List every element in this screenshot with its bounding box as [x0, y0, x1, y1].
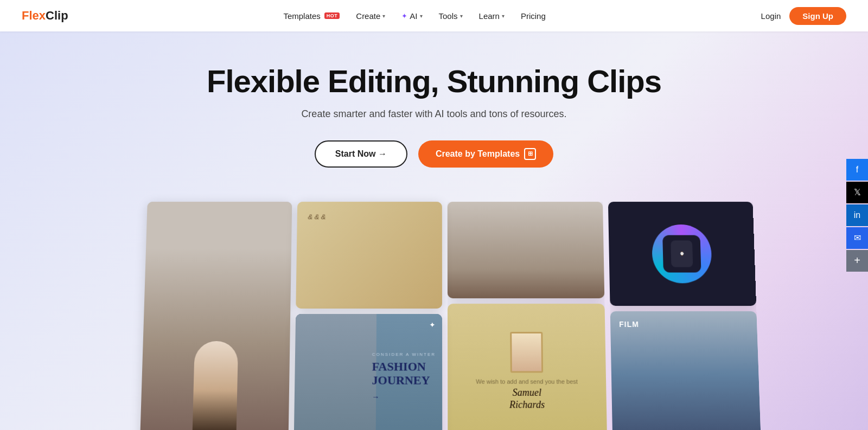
preview-card-film: FILM [610, 311, 761, 430]
watch-inner: ⌚ [662, 235, 701, 272]
preview-card-phone-person [448, 202, 605, 298]
chevron-down-icon: ▾ [420, 13, 423, 19]
hot-badge: HOT [324, 12, 340, 19]
nav-actions: Login Sign Up [761, 7, 846, 25]
phone-person-image [448, 202, 605, 298]
nav-create[interactable]: Create ▾ [356, 11, 385, 21]
preview-card-center: We wish to add and send you the best Sam… [448, 202, 607, 430]
film-title: FILM [619, 320, 749, 329]
film-text: FILM [610, 311, 757, 337]
watch-circle: ⌚ [652, 224, 712, 283]
hero-content: Flexible Editing, Stunning Clips Create … [207, 31, 661, 200]
logo-flex: Flex [22, 9, 46, 22]
create-by-templates-button[interactable]: Create by Templates ⊞ [418, 140, 553, 168]
nav-templates[interactable]: Templates HOT [283, 11, 340, 21]
linkedin-share-button[interactable]: in [846, 204, 868, 226]
samuel-portrait [510, 332, 543, 373]
tan-text: & & & [308, 212, 431, 222]
chevron-down-icon: ▾ [382, 13, 385, 19]
signup-button[interactable]: Sign Up [789, 7, 846, 25]
samuel-name: SamuelRichards [509, 387, 545, 411]
nav-ai[interactable]: ✦ AI ▾ [401, 11, 422, 21]
film-image: FILM [610, 311, 761, 430]
preview-grid: & & & CONSIDER A WINTER FASHIONJOURNEY →… [140, 202, 728, 430]
hoodie-image [294, 314, 376, 430]
nav-learn[interactable]: Learn ▾ [479, 11, 505, 21]
preview-card-tan: & & & [296, 202, 442, 309]
twitter-share-button[interactable]: 𝕏 [846, 182, 868, 203]
hero-title: Flexible Editing, Stunning Clips [207, 64, 661, 99]
social-bar: f 𝕏 in ✉ + [846, 159, 868, 272]
navbar: FlexClip Templates HOT Create ▾ ✦ AI ▾ T… [0, 0, 868, 31]
hero-subtitle: Create smarter and faster with AI tools … [207, 108, 661, 120]
chevron-down-icon: ▾ [502, 13, 505, 19]
fashion-sub: CONSIDER A WINTER [372, 352, 436, 357]
fashion-arrow-icon: → [372, 392, 379, 401]
start-now-button[interactable]: Start Now → [315, 140, 407, 168]
samuel-caption: We wish to add and send you the best [476, 378, 578, 385]
fashion-bg: CONSIDER A WINTER FASHIONJOURNEY → ✦ [294, 314, 442, 430]
preview-card-watch: ⌚ [608, 202, 756, 306]
logo[interactable]: FlexClip [22, 9, 68, 23]
hero-buttons: Start Now → Create by Templates ⊞ [207, 140, 661, 168]
logo-clip: Clip [46, 9, 68, 22]
email-share-button[interactable]: ✉ [846, 227, 868, 249]
chevron-down-icon: ▾ [460, 13, 463, 19]
login-button[interactable]: Login [761, 11, 781, 21]
facebook-share-button[interactable]: f [846, 159, 868, 181]
woman-image [140, 202, 292, 430]
nav-links: Templates HOT Create ▾ ✦ AI ▾ Tools ▾ Le… [283, 11, 545, 21]
template-icon: ⊞ [524, 148, 536, 160]
preview-card-fashion: CONSIDER A WINTER FASHIONJOURNEY → ✦ [294, 314, 442, 430]
preview-card-woman [140, 202, 292, 430]
preview-card-right: ⌚ FILM [608, 202, 761, 430]
ai-sparkle-icon: ✦ [401, 12, 407, 20]
fashion-title: FASHIONJOURNEY [372, 360, 430, 387]
more-share-button[interactable]: + [846, 250, 868, 272]
watch-face: ⌚ [671, 240, 693, 267]
star-icon: ✦ [429, 320, 436, 329]
nav-pricing[interactable]: Pricing [521, 11, 546, 21]
fashion-text-block: CONSIDER A WINTER FASHIONJOURNEY → [372, 330, 436, 423]
tan-bg: & & & [296, 202, 442, 309]
preview-card-samuel: We wish to add and send you the best Sam… [448, 304, 607, 430]
nav-tools[interactable]: Tools ▾ [439, 11, 463, 21]
hero-section: Flexible Editing, Stunning Clips Create … [0, 0, 868, 430]
